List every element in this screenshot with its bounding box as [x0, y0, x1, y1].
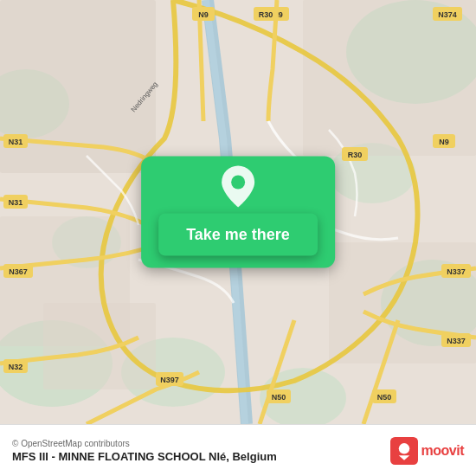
svg-text:N367: N367: [9, 267, 28, 276]
svg-text:N9: N9: [198, 10, 209, 19]
svg-text:N32: N32: [9, 363, 23, 371]
svg-text:R30: R30: [348, 151, 363, 159]
svg-text:N397: N397: [160, 376, 179, 384]
svg-text:R30: R30: [259, 10, 273, 19]
bottom-bar: © OpenStreetMap contributors MFS III - M…: [0, 424, 476, 476]
action-overlay: Take me there: [141, 157, 335, 268]
svg-text:N337: N337: [447, 337, 466, 345]
location-pin-icon: [216, 165, 260, 209]
map-container: N9 N9 R30 N374 N31 N31 N367 N32 R30 N9 N…: [0, 0, 476, 424]
svg-text:N50: N50: [272, 393, 286, 402]
svg-point-47: [398, 443, 408, 453]
svg-text:N31: N31: [9, 138, 23, 146]
osm-credit: © OpenStreetMap contributors: [12, 439, 277, 448]
svg-text:N374: N374: [438, 10, 457, 19]
moovit-logo[interactable]: moovit: [390, 437, 464, 465]
svg-text:N337: N337: [447, 267, 466, 276]
svg-text:N9: N9: [439, 138, 449, 146]
svg-text:N50: N50: [377, 393, 392, 402]
svg-rect-10: [303, 0, 476, 156]
location-name: MFS III - MINNE FLOATING SCHOOL Nlé, Bel…: [12, 450, 277, 463]
moovit-text: moovit: [421, 443, 464, 459]
take-me-there-button[interactable]: Take me there: [158, 214, 318, 256]
svg-point-45: [231, 176, 245, 190]
svg-text:N31: N31: [9, 198, 23, 207]
svg-rect-13: [43, 303, 156, 389]
location-info: © OpenStreetMap contributors MFS III - M…: [12, 439, 277, 463]
green-card: Take me there: [141, 157, 335, 268]
moovit-icon: [390, 437, 418, 465]
